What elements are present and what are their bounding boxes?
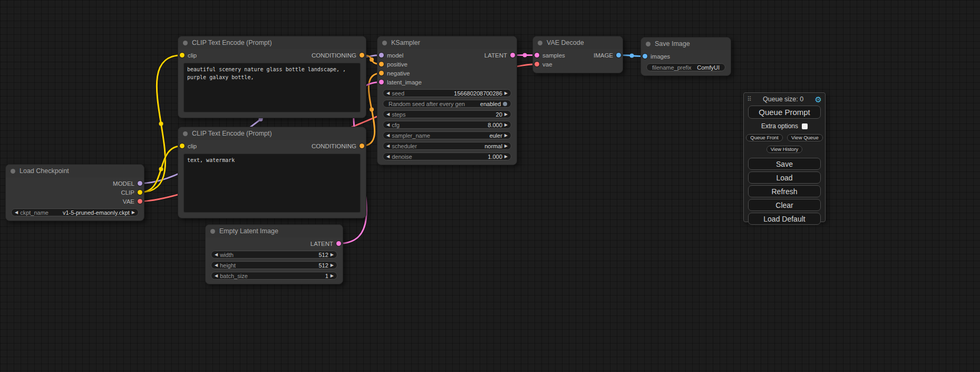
increment-arrow-icon[interactable] xyxy=(331,274,334,278)
queue-front-button[interactable]: Queue Front xyxy=(746,134,782,141)
increment-arrow-icon[interactable] xyxy=(504,155,508,159)
widget-denoise[interactable]: denoise 1.000 xyxy=(383,152,511,160)
input-port-model[interactable] xyxy=(379,53,384,58)
node-title-bar[interactable]: CLIP Text Encode (Prompt) xyxy=(178,127,366,140)
decrement-arrow-icon[interactable] xyxy=(215,263,218,268)
output-slot-row: MODEL xyxy=(6,179,144,188)
increment-arrow-icon[interactable] xyxy=(504,144,508,148)
decrement-arrow-icon[interactable] xyxy=(386,155,390,159)
output-port-clip[interactable] xyxy=(138,190,142,195)
output-port-vae[interactable] xyxy=(138,199,142,204)
decrement-arrow-icon[interactable] xyxy=(386,112,390,117)
widget-cfg[interactable]: cfg 8.000 xyxy=(383,121,511,129)
decrement-arrow-icon[interactable] xyxy=(386,133,390,138)
widget-steps[interactable]: steps 20 xyxy=(383,110,511,118)
load-default-button[interactable]: Load Default xyxy=(748,213,821,225)
node-graph-canvas[interactable]: Load Checkpoint MODEL CLIP VAE ckpt_name… xyxy=(0,0,980,372)
widget-seed[interactable]: seed 156680208700286 xyxy=(383,89,511,97)
decrement-arrow-icon[interactable] xyxy=(386,144,390,148)
node-vae-decode[interactable]: VAE Decode samples IMAGE vae xyxy=(532,36,623,73)
input-slot-row: latent_image xyxy=(377,78,517,87)
queue-prompt-button[interactable]: Queue Prompt xyxy=(748,106,821,119)
input-port-clip[interactable] xyxy=(180,144,185,148)
node-save-image[interactable]: Save Image images filename_prefix ComfyU… xyxy=(641,37,731,76)
settings-gear-icon[interactable] xyxy=(815,96,822,103)
node-title: Empty Latent Image xyxy=(219,227,278,235)
prompt-textarea[interactable]: beautiful scenery nature glass bottle la… xyxy=(183,63,361,112)
node-title-bar[interactable]: VAE Decode xyxy=(533,36,623,49)
widget-batch-size[interactable]: batch_size 1 xyxy=(211,272,337,280)
node-clip-text-encode-positive[interactable]: CLIP Text Encode (Prompt) clip CONDITION… xyxy=(178,36,366,118)
output-port-conditioning[interactable] xyxy=(360,144,364,148)
input-port-negative[interactable] xyxy=(379,71,384,75)
input-port-clip[interactable] xyxy=(180,53,185,58)
output-port-latent[interactable] xyxy=(336,241,341,246)
output-port-image[interactable] xyxy=(616,53,621,58)
collapse-dot-icon[interactable] xyxy=(538,41,542,45)
extra-options-checkbox[interactable] xyxy=(802,123,808,129)
input-port-images[interactable] xyxy=(643,54,647,59)
node-body: LATENT width 512 height 512 batch_size 1 xyxy=(206,237,343,284)
increment-arrow-icon[interactable] xyxy=(331,253,334,257)
decrement-arrow-icon[interactable] xyxy=(15,211,18,215)
node-title: CLIP Text Encode (Prompt) xyxy=(192,39,272,46)
input-port-latent-image[interactable] xyxy=(379,80,384,84)
widget-label: steps xyxy=(392,111,405,118)
increment-arrow-icon[interactable] xyxy=(504,123,508,127)
output-label-conditioning: CONDITIONING xyxy=(312,52,356,59)
increment-arrow-icon[interactable] xyxy=(504,133,508,138)
node-title-bar[interactable]: CLIP Text Encode (Prompt) xyxy=(178,36,366,49)
node-load-checkpoint[interactable]: Load Checkpoint MODEL CLIP VAE ckpt_name… xyxy=(5,164,144,221)
output-port-conditioning[interactable] xyxy=(360,53,364,58)
widget-sampler-name[interactable]: sampler_name euler xyxy=(383,131,511,139)
widget-label: height xyxy=(220,262,236,269)
view-history-button[interactable]: View History xyxy=(766,146,803,153)
collapse-dot-icon[interactable] xyxy=(183,41,188,45)
input-port-vae[interactable] xyxy=(535,62,539,66)
widget-random-seed-toggle[interactable]: Random seed after every gen enabled xyxy=(383,100,511,108)
collapse-dot-icon[interactable] xyxy=(11,169,15,174)
load-button[interactable]: Load xyxy=(748,171,821,184)
output-port-latent[interactable] xyxy=(510,53,515,58)
toggle-indicator-icon[interactable] xyxy=(503,102,507,106)
queue-menu-panel[interactable]: Queue size: 0 Queue Prompt Extra options… xyxy=(743,92,826,222)
decrement-arrow-icon[interactable] xyxy=(215,253,218,257)
drag-handle-icon[interactable] xyxy=(747,96,752,103)
increment-arrow-icon[interactable] xyxy=(132,211,135,215)
queue-buttons-row: Queue Front View Queue xyxy=(744,132,825,141)
increment-arrow-icon[interactable] xyxy=(504,91,508,96)
refresh-button[interactable]: Refresh xyxy=(748,185,821,197)
view-queue-button[interactable]: View Queue xyxy=(787,134,823,141)
widget-scheduler[interactable]: scheduler normal xyxy=(383,142,511,150)
widget-ckpt-name[interactable]: ckpt_name v1-5-pruned-emaonly.ckpt xyxy=(11,208,139,216)
input-label-vae: vae xyxy=(542,61,552,68)
collapse-dot-icon[interactable] xyxy=(646,42,651,46)
widget-filename-prefix[interactable]: filename_prefix ComfyUI xyxy=(646,63,725,71)
node-clip-text-encode-negative[interactable]: CLIP Text Encode (Prompt) clip CONDITION… xyxy=(178,127,366,218)
widget-label: scheduler xyxy=(392,143,417,149)
decrement-arrow-icon[interactable] xyxy=(215,274,218,278)
collapse-dot-icon[interactable] xyxy=(210,229,215,234)
widget-height[interactable]: height 512 xyxy=(211,261,337,269)
collapse-dot-icon[interactable] xyxy=(183,131,188,136)
prompt-textarea[interactable]: text, watermark xyxy=(183,154,361,213)
widget-width[interactable]: width 512 xyxy=(211,251,337,259)
decrement-arrow-icon[interactable] xyxy=(386,123,390,127)
node-title-bar[interactable]: Empty Latent Image xyxy=(206,225,343,237)
input-port-positive[interactable] xyxy=(379,62,384,66)
input-port-samples[interactable] xyxy=(535,53,539,58)
save-button[interactable]: Save xyxy=(748,158,821,170)
output-port-model[interactable] xyxy=(138,181,142,186)
clear-button[interactable]: Clear xyxy=(748,199,821,211)
node-title-bar[interactable]: KSampler xyxy=(377,36,517,49)
node-empty-latent-image[interactable]: Empty Latent Image LATENT width 512 heig… xyxy=(205,224,343,284)
increment-arrow-icon[interactable] xyxy=(504,112,508,117)
slot-row: samples IMAGE xyxy=(533,51,623,60)
collapse-dot-icon[interactable] xyxy=(382,41,387,45)
decrement-arrow-icon[interactable] xyxy=(386,91,390,96)
node-ksampler[interactable]: KSampler LATENT model positive negative … xyxy=(377,36,517,165)
increment-arrow-icon[interactable] xyxy=(331,263,334,268)
widget-value: euler xyxy=(489,132,502,139)
node-title-bar[interactable]: Save Image xyxy=(641,37,731,50)
node-title-bar[interactable]: Load Checkpoint xyxy=(6,165,144,177)
